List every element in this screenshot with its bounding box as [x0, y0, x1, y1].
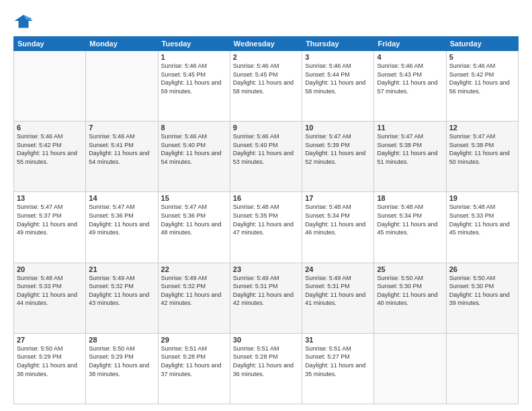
cell-3-2: 22Sunrise: 5:49 AM Sunset: 5:32 PM Dayli… [158, 263, 230, 333]
cell-1-2: 8Sunrise: 5:46 AM Sunset: 5:40 PM Daylig… [158, 122, 230, 192]
cell-0-5: 4Sunrise: 5:46 AM Sunset: 5:43 PM Daylig… [374, 51, 446, 122]
day-number: 29 [161, 336, 227, 344]
header [13, 11, 519, 31]
cell-0-3: 2Sunrise: 5:46 AM Sunset: 5:45 PM Daylig… [230, 51, 302, 122]
page: Sunday Monday Tuesday Wednesday Thursday… [0, 0, 532, 411]
col-saturday: Saturday [446, 37, 518, 51]
col-tuesday: Tuesday [158, 37, 230, 51]
col-sunday: Sunday [14, 37, 86, 51]
cell-2-4: 17Sunrise: 5:48 AM Sunset: 5:34 PM Dayli… [302, 192, 374, 263]
day-number: 5 [449, 53, 515, 61]
calendar-table: Sunday Monday Tuesday Wednesday Thursday… [13, 36, 519, 404]
day-number: 3 [305, 53, 371, 61]
cell-1-5: 11Sunrise: 5:47 AM Sunset: 5:38 PM Dayli… [374, 122, 446, 192]
calendar-body: 1Sunrise: 5:46 AM Sunset: 5:45 PM Daylig… [14, 51, 519, 404]
col-friday: Friday [374, 37, 446, 51]
day-info: Sunrise: 5:51 AM Sunset: 5:27 PM Dayligh… [305, 345, 371, 378]
day-number: 18 [377, 194, 443, 202]
cell-3-6: 26Sunrise: 5:50 AM Sunset: 5:30 PM Dayli… [446, 263, 518, 333]
day-info: Sunrise: 5:46 AM Sunset: 5:43 PM Dayligh… [377, 62, 443, 95]
day-number: 31 [305, 336, 371, 344]
cell-0-1 [86, 51, 158, 122]
week-row-2: 6Sunrise: 5:46 AM Sunset: 5:42 PM Daylig… [14, 122, 519, 192]
cell-4-6 [446, 333, 518, 404]
logo-icon [13, 11, 34, 31]
week-row-5: 27Sunrise: 5:50 AM Sunset: 5:29 PM Dayli… [14, 333, 519, 404]
col-monday: Monday [86, 37, 158, 51]
day-info: Sunrise: 5:50 AM Sunset: 5:30 PM Dayligh… [377, 274, 443, 308]
week-row-3: 13Sunrise: 5:47 AM Sunset: 5:37 PM Dayli… [14, 192, 519, 263]
week-row-1: 1Sunrise: 5:46 AM Sunset: 5:45 PM Daylig… [14, 51, 519, 122]
day-number: 6 [17, 124, 83, 132]
day-number: 16 [233, 194, 299, 202]
cell-4-2: 29Sunrise: 5:51 AM Sunset: 5:28 PM Dayli… [158, 333, 230, 404]
day-number: 4 [377, 53, 443, 61]
day-number: 28 [89, 336, 154, 344]
day-info: Sunrise: 5:49 AM Sunset: 5:31 PM Dayligh… [233, 274, 299, 308]
col-wednesday: Wednesday [230, 37, 302, 51]
day-number: 23 [233, 265, 299, 273]
cell-3-1: 21Sunrise: 5:49 AM Sunset: 5:32 PM Dayli… [86, 263, 158, 333]
day-info: Sunrise: 5:50 AM Sunset: 5:30 PM Dayligh… [449, 274, 515, 308]
day-number: 13 [17, 194, 83, 202]
cell-3-0: 20Sunrise: 5:48 AM Sunset: 5:33 PM Dayli… [14, 263, 86, 333]
cell-0-6: 5Sunrise: 5:46 AM Sunset: 5:42 PM Daylig… [446, 51, 518, 122]
day-info: Sunrise: 5:48 AM Sunset: 5:33 PM Dayligh… [17, 274, 83, 308]
cell-0-4: 3Sunrise: 5:46 AM Sunset: 5:44 PM Daylig… [302, 51, 374, 122]
cell-3-5: 25Sunrise: 5:50 AM Sunset: 5:30 PM Dayli… [374, 263, 446, 333]
day-info: Sunrise: 5:46 AM Sunset: 5:40 PM Dayligh… [233, 132, 299, 166]
day-number: 24 [305, 265, 371, 273]
day-number: 7 [89, 124, 154, 132]
day-number: 30 [233, 336, 299, 344]
cell-2-5: 18Sunrise: 5:48 AM Sunset: 5:34 PM Dayli… [374, 192, 446, 263]
cell-3-3: 23Sunrise: 5:49 AM Sunset: 5:31 PM Dayli… [230, 263, 302, 333]
day-info: Sunrise: 5:47 AM Sunset: 5:38 PM Dayligh… [449, 132, 515, 166]
day-info: Sunrise: 5:49 AM Sunset: 5:32 PM Dayligh… [89, 274, 154, 308]
day-info: Sunrise: 5:51 AM Sunset: 5:28 PM Dayligh… [161, 345, 227, 378]
day-number: 8 [161, 124, 227, 132]
svg-marker-0 [15, 15, 33, 28]
day-info: Sunrise: 5:51 AM Sunset: 5:28 PM Dayligh… [233, 345, 299, 378]
day-number: 27 [17, 336, 83, 344]
cell-1-3: 9Sunrise: 5:46 AM Sunset: 5:40 PM Daylig… [230, 122, 302, 192]
day-number: 25 [377, 265, 443, 273]
day-number: 19 [449, 194, 515, 202]
day-number: 1 [161, 53, 227, 61]
cell-4-4: 31Sunrise: 5:51 AM Sunset: 5:27 PM Dayli… [302, 333, 374, 404]
day-info: Sunrise: 5:46 AM Sunset: 5:42 PM Dayligh… [449, 62, 515, 95]
day-info: Sunrise: 5:49 AM Sunset: 5:31 PM Dayligh… [305, 274, 371, 308]
day-info: Sunrise: 5:48 AM Sunset: 5:35 PM Dayligh… [233, 203, 299, 236]
cell-1-4: 10Sunrise: 5:47 AM Sunset: 5:39 PM Dayli… [302, 122, 374, 192]
day-info: Sunrise: 5:47 AM Sunset: 5:38 PM Dayligh… [377, 132, 443, 166]
cell-2-1: 14Sunrise: 5:47 AM Sunset: 5:36 PM Dayli… [86, 192, 158, 263]
cell-1-0: 6Sunrise: 5:46 AM Sunset: 5:42 PM Daylig… [14, 122, 86, 192]
day-info: Sunrise: 5:50 AM Sunset: 5:29 PM Dayligh… [89, 345, 154, 378]
day-info: Sunrise: 5:48 AM Sunset: 5:33 PM Dayligh… [449, 203, 515, 236]
day-number: 9 [233, 124, 299, 132]
day-info: Sunrise: 5:47 AM Sunset: 5:39 PM Dayligh… [305, 132, 371, 166]
day-number: 17 [305, 194, 371, 202]
day-number: 21 [89, 265, 154, 273]
day-info: Sunrise: 5:49 AM Sunset: 5:32 PM Dayligh… [161, 274, 227, 308]
day-number: 22 [161, 265, 227, 273]
cell-0-0 [14, 51, 86, 122]
cell-1-1: 7Sunrise: 5:46 AM Sunset: 5:41 PM Daylig… [86, 122, 158, 192]
day-number: 12 [449, 124, 515, 132]
cell-2-3: 16Sunrise: 5:48 AM Sunset: 5:35 PM Dayli… [230, 192, 302, 263]
day-info: Sunrise: 5:47 AM Sunset: 5:36 PM Dayligh… [89, 203, 154, 236]
week-row-4: 20Sunrise: 5:48 AM Sunset: 5:33 PM Dayli… [14, 263, 519, 333]
day-number: 20 [17, 265, 83, 273]
cell-4-1: 28Sunrise: 5:50 AM Sunset: 5:29 PM Dayli… [86, 333, 158, 404]
day-info: Sunrise: 5:48 AM Sunset: 5:34 PM Dayligh… [305, 203, 371, 236]
cell-2-6: 19Sunrise: 5:48 AM Sunset: 5:33 PM Dayli… [446, 192, 518, 263]
day-number: 26 [449, 265, 515, 273]
cell-3-4: 24Sunrise: 5:49 AM Sunset: 5:31 PM Dayli… [302, 263, 374, 333]
day-info: Sunrise: 5:46 AM Sunset: 5:45 PM Dayligh… [233, 62, 299, 95]
day-info: Sunrise: 5:50 AM Sunset: 5:29 PM Dayligh… [17, 345, 83, 378]
day-number: 14 [89, 194, 154, 202]
day-number: 2 [233, 53, 299, 61]
day-number: 11 [377, 124, 443, 132]
cell-4-3: 30Sunrise: 5:51 AM Sunset: 5:28 PM Dayli… [230, 333, 302, 404]
day-info: Sunrise: 5:47 AM Sunset: 5:37 PM Dayligh… [17, 203, 83, 236]
logo [13, 11, 36, 31]
